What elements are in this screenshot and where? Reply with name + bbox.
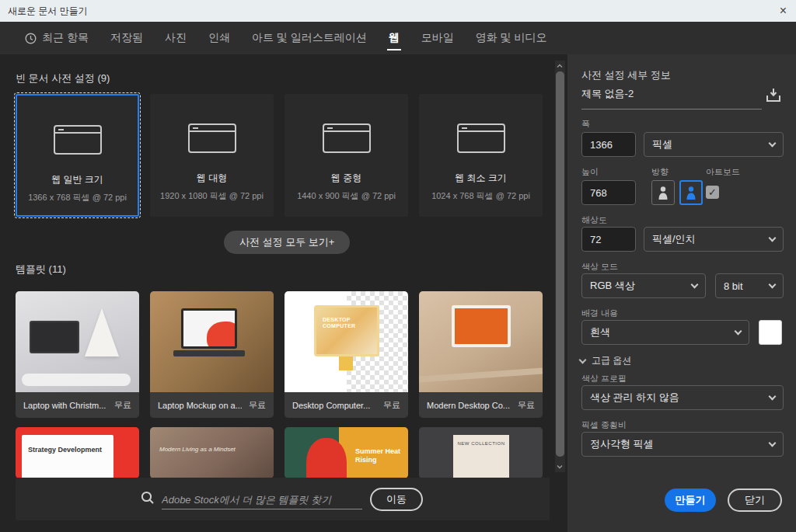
preset-size: 1024 x 768 픽셀 @ 72 ppi (431, 190, 530, 202)
dropdown-value: 픽셀 (652, 137, 672, 151)
advanced-options-toggle[interactable]: 고급 옵션 (580, 354, 631, 367)
thumbnail-overlay-text: Modern Living as a Mindset (159, 446, 236, 453)
resolution-unit-dropdown[interactable]: 픽셀/인치 (644, 227, 784, 252)
blank-presets-section-title: 빈 문서 사전 설정 (9) (16, 71, 110, 85)
template-modern-desktop[interactable]: Modern Desktop Co... 무료 (419, 291, 543, 418)
dropdown-value: 색상 관리 하지 않음 (590, 391, 679, 405)
preset-web-large[interactable]: 웹 대형 1920 x 1080 픽셀 @ 72 ppi (150, 94, 274, 217)
artboard-label: 아트보드 (706, 166, 740, 178)
tab-photo[interactable]: 사진 (165, 22, 187, 54)
orientation-label: 방향 (651, 166, 669, 178)
tab-web[interactable]: 웹 (389, 22, 400, 54)
dropdown-value: 흰색 (590, 325, 610, 339)
browser-window-icon (188, 123, 236, 153)
tab-mobile[interactable]: 모바일 (421, 22, 454, 54)
search-input[interactable] (162, 491, 362, 509)
template-name: Desktop Computer... (292, 401, 370, 410)
tab-saved[interactable]: 저장됨 (110, 22, 143, 54)
preset-web-common[interactable]: 웹 일반 크기 1366 x 768 픽셀 @ 72 ppi (16, 94, 139, 217)
color-profile-label: 색상 프로필 (581, 373, 627, 384)
color-mode-label: 색상 모드 (581, 261, 618, 273)
window-title: 새로운 문서 만들기 (8, 5, 88, 18)
background-dropdown[interactable]: 흰색 (581, 320, 749, 345)
chevron-down-icon (769, 392, 777, 400)
tab-label: 영화 및 비디오 (476, 31, 547, 45)
chevron-down-icon (769, 439, 777, 447)
close-icon[interactable]: × (780, 3, 787, 19)
orientation-portrait-button[interactable] (651, 180, 675, 205)
preset-name: 웹 중형 (331, 172, 361, 185)
preset-size: 1366 x 768 픽셀 @ 72 ppi (28, 192, 127, 203)
preset-size: 1920 x 1080 픽셀 @ 72 ppi (160, 190, 264, 202)
chevron-down-icon (735, 327, 742, 335)
template-price: 무료 (249, 399, 266, 411)
chevron-down-icon (691, 280, 699, 288)
chevron-down-icon (579, 356, 587, 363)
template-thumbnail (419, 291, 543, 392)
resolution-label: 해상도 (581, 214, 607, 226)
tab-film-video[interactable]: 영화 및 비디오 (476, 22, 547, 54)
template-new-collection[interactable]: NEW COLLECTION (419, 427, 543, 478)
color-profile-dropdown[interactable]: 색상 관리 하지 않음 (581, 385, 784, 410)
create-button[interactable]: 만들기 (665, 489, 716, 512)
window-titlebar: 새로운 문서 만들기 × (0, 0, 796, 22)
pixel-ratio-dropdown[interactable]: 정사각형 픽셀 (581, 432, 784, 457)
tab-label: 사진 (165, 31, 187, 45)
chevron-down-icon (769, 234, 777, 242)
tab-label: 웹 (389, 31, 400, 45)
tab-label: 최근 항목 (42, 31, 89, 45)
template-summer-heat[interactable]: Summer Heat Rising (285, 427, 408, 478)
preset-details-panel: 사전 설정 세부 정보 제목 없음-2 폭 1366 픽셀 높이 방향 아트보드… (567, 54, 796, 532)
tab-label: 인쇄 (208, 31, 230, 45)
template-price: 무료 (383, 399, 400, 411)
category-tabbar: 최근 항목 저장됨 사진 인쇄 아트 및 일러스트레이션 웹 모바일 영화 및 … (0, 22, 796, 54)
artboard-checkbox[interactable]: ✓ (706, 186, 719, 199)
template-laptop-mockup[interactable]: Laptop Mockup on a... 무료 (150, 291, 274, 418)
scroll-down-icon[interactable] (557, 464, 563, 470)
template-strategy-development[interactable]: Strategy Development (16, 427, 139, 478)
preset-name: 웹 최소 크기 (455, 172, 507, 185)
preset-size: 1440 x 900 픽셀 @ 72 ppi (297, 190, 396, 202)
thumbnail-overlay-text: NEW COLLECTION (453, 441, 509, 446)
clock-icon (25, 33, 37, 44)
height-label: 높이 (581, 166, 599, 178)
save-preset-icon[interactable] (765, 87, 782, 107)
tab-art-illustration[interactable]: 아트 및 일러스트레이션 (252, 22, 367, 54)
tab-print[interactable]: 인쇄 (208, 22, 230, 54)
content-scrollbar[interactable] (555, 61, 565, 472)
template-laptop-christmas[interactable]: Laptop with Christm... 무료 (16, 291, 139, 418)
preset-web-minimum[interactable]: 웹 최소 크기 1024 x 768 픽셀 @ 72 ppi (419, 94, 543, 217)
dropdown-value: 정사각형 픽셀 (590, 437, 654, 451)
browser-window-icon (54, 125, 102, 155)
template-thumbnail (16, 291, 139, 392)
templates-section-title: 템플릿 (11) (16, 263, 66, 276)
template-thumbnail: Strategy Development (16, 427, 139, 478)
go-button[interactable]: 이동 (370, 488, 423, 511)
height-input[interactable]: 768 (581, 180, 636, 205)
thumbnail-overlay-text: Strategy Development (28, 446, 107, 454)
document-name-input[interactable]: 제목 없음-2 (581, 87, 762, 110)
bit-depth-dropdown[interactable]: 8 bit (715, 273, 784, 298)
scrollbar-thumb[interactable] (556, 71, 564, 457)
chevron-down-icon (769, 139, 777, 147)
tab-label: 아트 및 일러스트레이션 (252, 31, 367, 45)
scroll-up-icon[interactable] (557, 63, 563, 69)
background-color-swatch[interactable] (759, 320, 782, 345)
width-unit-dropdown[interactable]: 픽셀 (644, 132, 784, 157)
orientation-landscape-button[interactable] (679, 180, 703, 205)
view-all-presets-button[interactable]: 사전 설정 모두 보기+ (224, 231, 350, 254)
dropdown-value: 8 bit (724, 280, 743, 292)
width-input[interactable]: 1366 (581, 132, 636, 157)
template-modern-living[interactable]: Modern Living as a Mindset (150, 427, 274, 478)
thumbnail-overlay-text: DESKTOP COMPUTER (323, 317, 377, 330)
template-thumbnail: NEW COLLECTION (419, 427, 543, 478)
template-desktop-computer[interactable]: DESKTOP COMPUTER Desktop Computer... 무료 (285, 291, 408, 418)
resolution-input[interactable]: 72 (581, 227, 636, 252)
template-thumbnail: DESKTOP COMPUTER (285, 291, 408, 392)
pixel-ratio-label: 픽셀 종횡비 (581, 419, 627, 431)
dropdown-value: 픽셀/인치 (652, 232, 696, 246)
preset-web-medium[interactable]: 웹 중형 1440 x 900 픽셀 @ 72 ppi (285, 94, 408, 217)
close-button[interactable]: 닫기 (728, 489, 782, 512)
tab-recent[interactable]: 최근 항목 (25, 22, 89, 54)
color-mode-dropdown[interactable]: RGB 색상 (581, 273, 706, 298)
